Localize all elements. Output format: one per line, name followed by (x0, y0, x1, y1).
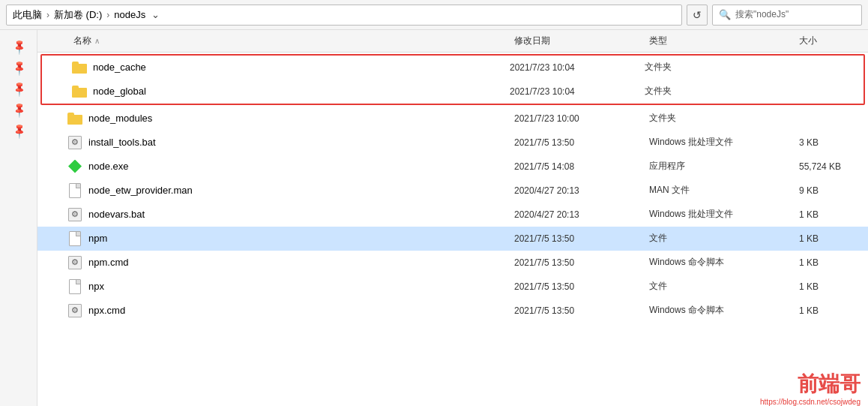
exe-icon (68, 160, 82, 173)
file-name: npx (88, 281, 104, 292)
folder-icon (72, 86, 87, 98)
file-modified: 2021/7/23 10:04 (504, 86, 639, 97)
table-row[interactable]: ⚙ npx.cmd 2021/7/5 13:50 Windows 命令脚本 1 … (37, 299, 868, 323)
file-icon-wrapper (67, 279, 82, 294)
bat-icon: ⚙ (68, 136, 82, 149)
file-name-cell: node_cache (72, 60, 504, 75)
file-type: Windows 批处理文件 (643, 208, 793, 221)
file-size: 9 KB (793, 185, 868, 196)
file-modified: 2021/7/23 10:00 (508, 113, 643, 124)
file-icon (69, 279, 81, 294)
file-type: 文件 (643, 280, 793, 293)
file-icon-wrapper (72, 84, 87, 99)
table-row[interactable]: node_etw_provider.man 2020/4/27 20:13 MA… (37, 179, 868, 203)
file-icon-wrapper (67, 111, 82, 126)
file-type: 应用程序 (643, 160, 793, 173)
table-row[interactable]: ⚙ npm.cmd 2021/7/5 13:50 Windows 命令脚本 1 … (37, 251, 868, 275)
file-type: Windows 命令脚本 (643, 304, 793, 317)
file-size: 1 KB (793, 305, 868, 316)
main-content: 📌 📌 📌 📌 📌 名称 ∧ 修改日期 类型 大小 (0, 30, 868, 406)
breadcrumb-dropdown[interactable]: ⌄ (151, 9, 160, 20)
breadcrumb-sep-1: › (106, 10, 109, 20)
file-name: npm.cmd (88, 257, 128, 268)
file-name: node_cache (93, 62, 146, 73)
file-name-cell: ⚙ install_tools.bat (67, 135, 508, 150)
file-modified: 2020/4/27 20:13 (508, 185, 643, 196)
file-modified: 2021/7/5 13:50 (508, 257, 643, 268)
file-type: Windows 批处理文件 (643, 136, 793, 149)
file-type: Windows 命令脚本 (643, 256, 793, 269)
table-row[interactable]: node_cache 2021/7/23 10:04 文件夹 (42, 56, 864, 80)
folder-icon (72, 62, 87, 74)
file-size: 3 KB (793, 137, 868, 148)
watermark-url: https://blog.csdn.net/csojwdeg (760, 398, 861, 406)
file-modified: 2021/7/5 14:08 (508, 161, 643, 172)
file-type: 文件 (643, 232, 793, 245)
file-name-cell: ⚙ npm.cmd (67, 255, 508, 270)
file-type: 文件夹 (643, 112, 793, 125)
file-explorer-window: 此电脑 › 新加卷 (D:) › nodeJs ⌄ ↺ 🔍 搜索"nodeJs"… (0, 0, 868, 406)
file-icon-wrapper (72, 60, 87, 75)
breadcrumb-sep-0: › (46, 10, 49, 20)
file-size: 1 KB (793, 233, 868, 244)
file-name: node_global (93, 86, 146, 97)
file-icon (69, 183, 81, 198)
file-icon-wrapper: ⚙ (67, 135, 82, 150)
file-modified: 2021/7/5 13:50 (508, 233, 643, 244)
search-bar[interactable]: 🔍 搜索"nodeJs" (712, 5, 862, 26)
file-name: node_modules (88, 113, 152, 124)
sort-arrow-name: ∧ (94, 37, 100, 45)
file-size: 1 KB (793, 257, 868, 268)
file-size: 1 KB (793, 281, 868, 292)
file-size: 1 KB (793, 209, 868, 220)
breadcrumb-item-2[interactable]: nodeJs (114, 9, 145, 20)
file-size: 55,724 KB (793, 161, 868, 172)
bat-icon: ⚙ (68, 208, 82, 221)
file-icon (69, 231, 81, 246)
file-name-cell: node_etw_provider.man (67, 183, 508, 198)
pin-icon-4[interactable]: 📌 (6, 118, 31, 143)
file-type: 文件夹 (639, 85, 789, 98)
refresh-button[interactable]: ↺ (687, 5, 708, 26)
file-name: npm (88, 233, 107, 244)
file-name-cell: ⚙ npx.cmd (67, 303, 508, 318)
bat-icon: ⚙ (68, 304, 82, 317)
table-row[interactable]: npm 2021/7/5 13:50 文件 1 KB (37, 227, 868, 251)
file-icon-wrapper: ⚙ (67, 207, 82, 222)
col-header-name[interactable]: 名称 ∧ (67, 33, 508, 49)
file-modified: 2021/7/5 13:50 (508, 281, 643, 292)
file-name: nodevars.bat (88, 209, 145, 220)
file-type: 文件夹 (639, 61, 789, 74)
breadcrumb-item-1[interactable]: 新加卷 (D:) (54, 8, 102, 22)
file-name-cell: npm (67, 231, 508, 246)
file-name: node_etw_provider.man (88, 185, 193, 196)
toolbar: 此电脑 › 新加卷 (D:) › nodeJs ⌄ ↺ 🔍 搜索"nodeJs" (0, 0, 868, 30)
sidebar: 📌 📌 📌 📌 📌 (0, 30, 37, 406)
file-name-cell: node_global (72, 84, 504, 99)
table-row[interactable]: node.exe 2021/7/5 14:08 应用程序 55,724 KB (37, 155, 868, 179)
bat-icon: ⚙ (68, 256, 82, 269)
file-name: npx.cmd (88, 305, 125, 316)
table-row[interactable]: node_modules 2021/7/23 10:00 文件夹 (37, 107, 868, 131)
column-headers: 名称 ∧ 修改日期 类型 大小 (37, 30, 868, 53)
file-list: node_cache 2021/7/23 10:04 文件夹 node_glob… (37, 53, 868, 406)
file-modified: 2021/7/5 13:50 (508, 137, 643, 148)
file-modified: 2020/4/27 20:13 (508, 209, 643, 220)
file-name-cell: npx (67, 279, 508, 294)
col-header-type[interactable]: 类型 (643, 33, 793, 49)
file-name: install_tools.bat (88, 137, 156, 148)
table-row[interactable]: ⚙ install_tools.bat 2021/7/5 13:50 Windo… (37, 131, 868, 155)
breadcrumb-item-0[interactable]: 此电脑 (13, 8, 42, 22)
table-row[interactable]: node_global 2021/7/23 10:04 文件夹 (42, 80, 864, 104)
file-type: MAN 文件 (643, 184, 793, 197)
col-header-modified[interactable]: 修改日期 (508, 33, 643, 49)
search-placeholder: 搜索"nodeJs" (735, 8, 789, 21)
search-icon: 🔍 (719, 9, 731, 20)
col-header-size[interactable]: 大小 (793, 33, 868, 49)
breadcrumb-bar[interactable]: 此电脑 › 新加卷 (D:) › nodeJs ⌄ (6, 5, 682, 26)
file-name-cell: ⚙ nodevars.bat (67, 207, 508, 222)
table-row[interactable]: npx 2021/7/5 13:50 文件 1 KB (37, 275, 868, 299)
file-icon-wrapper: ⚙ (67, 255, 82, 270)
table-row[interactable]: ⚙ nodevars.bat 2020/4/27 20:13 Windows 批… (37, 203, 868, 227)
file-icon-wrapper: ⚙ (67, 303, 82, 318)
